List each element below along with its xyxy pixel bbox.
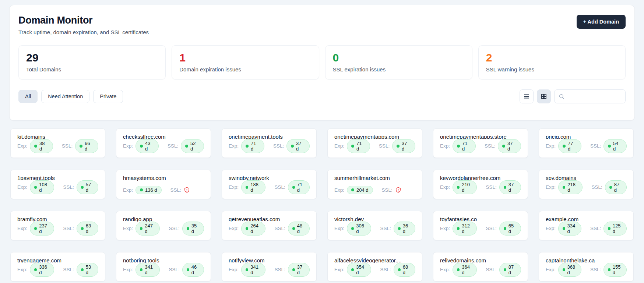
badge-row: Exp: 38 d SSL: 66 d [17,139,98,153]
days-badge: 57 d [77,180,98,194]
status-dot-icon [504,186,506,189]
add-domain-button[interactable]: + Add Domain [577,15,626,29]
grid-view-icon [541,93,547,100]
grid-view-button[interactable] [537,89,551,103]
status-dot-icon [608,227,610,230]
domain-name: aifacelessvideogenerator.... [334,257,415,263]
domain-card-notifyview-com[interactable]: notifyview.com Exp: 341 d SSL: 37 d [222,252,317,282]
badge-row: Exp: 71 d SSL: 37 d [334,139,415,153]
exp-label: Exp: [546,226,556,231]
stat-value: 0 [333,52,465,64]
domain-card-spy-domains[interactable]: spy.domains Exp: 218 d SSL: 87 d [539,170,634,199]
exp-label: Exp: [229,226,239,231]
exp-label: Exp: [334,143,344,149]
domain-name: notboring.tools [123,257,204,263]
ssl-label: SSL: [590,143,601,149]
ssl-group: SSL: 48 d [274,222,310,236]
ssl-label: SSL: [591,184,602,190]
domain-card-keywordplannerfree-com[interactable]: keywordplannerfree.com Exp: 210 d SSL: 3… [433,170,528,199]
domain-card-onetimepayment-tools[interactable]: onetimepayment.tools Exp: 71 d SSL: 37 d [222,128,317,158]
ssl-group: SSL: 68 d [380,263,415,277]
filter-tab-private[interactable]: Private [93,90,123,103]
domain-card-getrevenueatlas-com[interactable]: getrevenueatlas.com Exp: 264 d SSL: 48 d [222,211,317,240]
domain-card-victorsh-dev[interactable]: victorsh.dev Exp: 306 d SSL: 36 d [327,211,422,240]
status-dot-icon [81,186,84,189]
ssl-label: SSL: [382,187,393,193]
days-badge: 37 d [498,139,521,153]
ssl-group: SSL: 63 d [63,222,98,236]
days-badge: 37 d [499,180,521,194]
days-badge: 46 d [182,263,204,277]
ssl-group: SSL: 37 d [379,139,415,153]
exp-label: Exp: [229,267,239,272]
badge-row: Exp: 341 d SSL: 37 d [229,263,310,277]
domain-card-summerhillmarket-com[interactable]: summerhillmarket.com Exp: 204 d SSL: [327,170,422,199]
days-badge: 204 d [347,186,373,194]
filter-tab-need-attention[interactable]: Need Attention [41,90,89,103]
search-box[interactable] [554,89,626,103]
domain-card-notboring-tools[interactable]: notboring.tools Exp: 341 d SSL: 46 d [116,252,211,282]
search-icon [559,93,564,99]
domain-card-relivedomains-com[interactable]: relivedomains.com Exp: 364 d SSL: 87 d [433,252,528,282]
exp-label: Exp: [123,187,133,193]
days-badge: 336 d [30,263,54,277]
expiration-group: Exp: 77 d [546,139,581,153]
domain-card-randigo-app[interactable]: randigo.app Exp: 247 d SSL: 35 d [116,211,211,240]
days-badge: 264 d [241,222,265,236]
badge-row: Exp: 354 d SSL: 68 d [334,263,415,277]
list-view-icon [523,93,530,100]
badge-row: Exp: 71 d SSL: 37 d [229,139,310,153]
domain-card-tryengageme-com[interactable]: tryengageme.com Exp: 336 d SSL: 53 d [10,252,105,282]
view-controls [520,89,626,103]
stat-label: SSL expiration issues [333,66,465,72]
domain-name: hmasystems.com [123,175,204,181]
days-badge: 71 d [453,139,476,153]
domain-card-onetimepaymentapps-store[interactable]: onetimepaymentapps.store Exp: 71 d SSL: … [433,128,528,158]
domain-name: keywordplannerfree.com [440,175,521,180]
search-input[interactable] [567,93,621,99]
exp-label: Exp: [334,267,344,272]
domain-card-aifacelessvideogenerator[interactable]: aifacelessvideogenerator.... Exp: 354 d … [327,252,422,282]
ssl-label: SSL: [485,143,495,149]
list-view-button[interactable] [520,89,534,103]
ssl-group: SSL: 54 d [590,139,627,153]
domain-card-captainonthelake-ca[interactable]: captainonthelake.ca Exp: 368 d SSL: 155 … [539,252,634,282]
stat-value: 1 [179,52,311,64]
status-dot-icon [563,145,566,148]
ssl-label: SSL: [380,226,391,231]
domain-card-bramfly-com[interactable]: bramfly.com Exp: 237 d SSL: 63 d [10,211,105,240]
expiration-group: Exp: 336 d [17,263,54,277]
days-badge: 368 d [558,263,581,277]
filter-tab-all[interactable]: All [18,90,38,103]
expiration-group: Exp: 204 d [334,186,373,194]
exp-label: Exp: [229,143,239,149]
badge-row: Exp: 306 d SSL: 36 d [334,222,415,236]
expiration-group: Exp: 218 d [546,180,583,194]
ssl-group: SSL: 57 d [63,180,98,194]
ssl-label: SSL: [486,226,496,231]
domain-card-priciq-com[interactable]: priciq.com Exp: 77 d SSL: 54 d [539,128,634,158]
status-dot-icon [34,268,37,271]
domain-card-toyfantasies-co[interactable]: toyfantasies.co Exp: 312 d SSL: 65 d [433,211,528,240]
days-badge: 71 d [241,139,264,153]
status-dot-icon [292,227,295,230]
domain-card-hmasystems-com[interactable]: hmasystems.com Exp: 136 d SSL: [116,170,211,199]
domain-card-swingby-network[interactable]: swingby.network Exp: 188 d SSL: 71 d [222,170,317,199]
ssl-group: SSL: 37 d [486,180,521,194]
ssl-label: SSL: [63,226,74,231]
page-title: Domain Monitor [18,15,149,26]
status-dot-icon [397,145,400,148]
domain-card-checksslfree-com[interactable]: checksslfree.com Exp: 43 d SSL: 52 d [116,128,211,158]
domain-name: onetimepayment.tools [229,134,310,139]
days-badge: 71 d [347,139,370,153]
domain-card-kit-domains[interactable]: kit.domains Exp: 38 d SSL: 66 d [10,128,105,158]
expiration-group: Exp: 354 d [334,263,371,277]
days-badge: 37 d [288,263,310,277]
days-badge: 136 d [136,186,162,194]
domain-card-example-com[interactable]: example.com Exp: 334 d SSL: 125 d [539,211,634,240]
domain-card-onetimepaymentapps-com[interactable]: onetimepaymentapps.com Exp: 71 d SSL: 37… [327,128,422,158]
ssl-label: SSL: [486,184,496,190]
days-badge: 37 d [392,139,415,153]
ssl-label: SSL: [380,267,391,272]
domain-card-1payment-tools[interactable]: 1payment.tools Exp: 108 d SSL: 57 d [10,170,105,199]
